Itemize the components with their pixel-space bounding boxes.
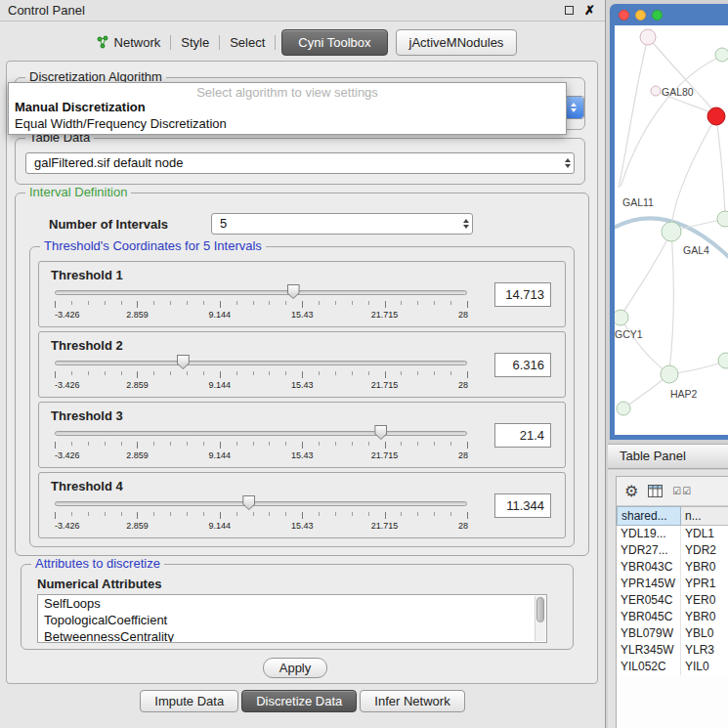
scale-label: 2.859 bbox=[126, 380, 149, 390]
scale-label: 9.144 bbox=[209, 310, 232, 320]
close-icon[interactable]: ✗ bbox=[584, 2, 595, 20]
select-rows-icons[interactable]: ☑☑ bbox=[672, 486, 692, 496]
tick-mark bbox=[385, 371, 386, 378]
network-node[interactable] bbox=[640, 29, 656, 45]
threshold-slider[interactable]: -3.4262.8599.14415.4321.71528 bbox=[55, 494, 467, 535]
threshold-slider[interactable]: -3.4262.8599.14415.4321.71528 bbox=[55, 424, 467, 465]
tab-style[interactable]: Style bbox=[171, 31, 219, 54]
numerical-attributes-list[interactable]: SelfLoopsTopologicalCoefficientBetweenne… bbox=[37, 594, 547, 643]
tick-mark bbox=[335, 512, 336, 516]
attribute-item[interactable]: SelfLoops bbox=[38, 595, 546, 612]
table-row[interactable]: YPR145WYPR1 bbox=[617, 576, 728, 592]
tab-infer-network[interactable]: Infer Network bbox=[360, 690, 464, 712]
table-cell[interactable]: YDL19... bbox=[617, 526, 681, 542]
table-cell[interactable]: YLR3 bbox=[681, 642, 728, 659]
num-intervals-combobox[interactable]: 5 bbox=[211, 213, 473, 235]
apply-button[interactable]: Apply bbox=[263, 658, 327, 678]
table-row[interactable]: YER054CYER0 bbox=[617, 592, 728, 609]
slider-track[interactable] bbox=[55, 290, 467, 295]
node-label: GCY1 bbox=[615, 328, 643, 340]
attribute-item[interactable]: TopologicalCoefficient bbox=[38, 612, 546, 628]
table-cell[interactable]: YER054C bbox=[617, 592, 681, 609]
table-cell[interactable]: YDR27... bbox=[617, 542, 681, 559]
network-canvas[interactable]: GAL80GAL11GAL4GCY1HAP2 bbox=[615, 25, 728, 435]
slider-handle[interactable] bbox=[374, 425, 387, 440]
threshold-value-input[interactable]: 21.4 bbox=[494, 423, 551, 448]
slider-track[interactable] bbox=[55, 431, 467, 436]
dropdown-option-equal-width[interactable]: Equal Width/Frequency Discretization bbox=[9, 115, 566, 132]
close-window-icon[interactable] bbox=[619, 10, 629, 21]
table-row[interactable]: YLR345WYLR3 bbox=[617, 642, 728, 659]
scrollbar-thumb[interactable] bbox=[536, 597, 544, 622]
table-cell[interactable]: YLR345W bbox=[617, 642, 681, 659]
threshold-value-input[interactable]: 14.713 bbox=[494, 282, 551, 307]
tab-jactivemodules[interactable]: jActiveMNodules bbox=[396, 29, 518, 56]
tab-cyni-toolbox[interactable]: Cyni Toolbox bbox=[281, 29, 387, 56]
table-row[interactable]: YBR045CYBR0 bbox=[617, 609, 728, 625]
column-header-name[interactable]: n... bbox=[681, 506, 728, 526]
tick-mark bbox=[434, 371, 435, 375]
network-node[interactable] bbox=[717, 211, 728, 227]
tick-mark bbox=[137, 442, 138, 449]
combo-stepper-icon[interactable] bbox=[463, 219, 469, 229]
table-row[interactable]: YDR27...YDR2 bbox=[617, 542, 728, 559]
table-cell[interactable]: YBR045C bbox=[617, 609, 681, 625]
table-row[interactable]: YDL19...YDL1 bbox=[617, 526, 728, 542]
table-data-combobox[interactable]: galFiltered.sif default node bbox=[25, 152, 575, 174]
network-node[interactable] bbox=[718, 353, 728, 368]
slider-handle[interactable] bbox=[177, 355, 190, 369]
tick-mark bbox=[335, 442, 336, 446]
slider-handle[interactable] bbox=[287, 284, 300, 299]
threshold-value-input[interactable]: 11.344 bbox=[494, 493, 551, 518]
table-cell[interactable]: YBR0 bbox=[681, 609, 728, 625]
table-cell[interactable]: YPR145W bbox=[617, 576, 681, 592]
minimize-window-icon[interactable] bbox=[635, 10, 646, 21]
combo-stepper-icon[interactable] bbox=[565, 158, 571, 168]
dropdown-option-manual-discretization[interactable]: Manual Discretization bbox=[9, 99, 566, 115]
network-node[interactable] bbox=[615, 310, 628, 325]
table-cell[interactable]: YER0 bbox=[681, 592, 728, 609]
network-node[interactable] bbox=[662, 222, 681, 241]
combo-stepper-icon[interactable] bbox=[564, 97, 583, 118]
table-row[interactable]: YBR043CYBR0 bbox=[617, 559, 728, 576]
network-node[interactable] bbox=[715, 48, 728, 62]
tab-select[interactable]: Select bbox=[220, 31, 275, 54]
slider-track[interactable] bbox=[55, 501, 467, 506]
table-cell[interactable]: YPR1 bbox=[681, 576, 728, 592]
slider-track[interactable] bbox=[55, 361, 467, 365]
table-cell[interactable]: YDR2 bbox=[681, 542, 728, 559]
network-node[interactable] bbox=[651, 86, 661, 96]
column-selector-icon[interactable] bbox=[648, 485, 663, 497]
threshold-slider[interactable]: -3.4262.8599.14415.4321.71528 bbox=[55, 354, 467, 395]
scrollbar[interactable] bbox=[535, 596, 545, 641]
tick-mark bbox=[285, 371, 286, 375]
interval-definition-group: Interval Definition Number of Intervals … bbox=[15, 193, 589, 556]
zoom-window-icon[interactable] bbox=[652, 10, 663, 21]
table-cell[interactable]: YBR043C bbox=[617, 559, 681, 576]
float-window-icon[interactable] bbox=[565, 6, 574, 15]
table-row[interactable]: YIL052CYIL0 bbox=[617, 659, 728, 675]
table-cell[interactable]: YIL052C bbox=[617, 659, 681, 675]
threshold-value-input[interactable]: 6.316 bbox=[494, 353, 551, 377]
network-node[interactable] bbox=[661, 365, 678, 383]
network-view-window[interactable]: GAL80GAL11GAL4GCY1HAP2 bbox=[610, 4, 728, 440]
attribute-item[interactable]: BetweennessCentrality bbox=[38, 628, 546, 643]
tab-impute-data[interactable]: Impute Data bbox=[140, 690, 238, 712]
slider-handle[interactable] bbox=[242, 495, 255, 510]
threshold-slider[interactable]: -3.4262.8599.14415.4321.71528 bbox=[55, 283, 467, 324]
column-header-shared-name[interactable]: shared... bbox=[617, 506, 681, 526]
tick-mark bbox=[137, 301, 138, 308]
tick-mark bbox=[302, 301, 303, 308]
tab-discretize-data[interactable]: Discretize Data bbox=[241, 690, 357, 712]
table-row[interactable]: YBL079WYBL0 bbox=[617, 625, 728, 642]
gear-icon[interactable]: ⚙ bbox=[624, 484, 638, 499]
network-node[interactable] bbox=[707, 107, 725, 125]
table-cell[interactable]: YBR0 bbox=[681, 559, 728, 576]
network-node[interactable] bbox=[617, 402, 630, 415]
tick-mark bbox=[368, 512, 369, 516]
table-cell[interactable]: YDL1 bbox=[681, 526, 728, 542]
tab-network[interactable]: Network bbox=[86, 31, 171, 54]
table-cell[interactable]: YBL0 bbox=[681, 625, 728, 642]
table-cell[interactable]: YBL079W bbox=[617, 625, 681, 642]
table-cell[interactable]: YIL0 bbox=[681, 659, 728, 675]
